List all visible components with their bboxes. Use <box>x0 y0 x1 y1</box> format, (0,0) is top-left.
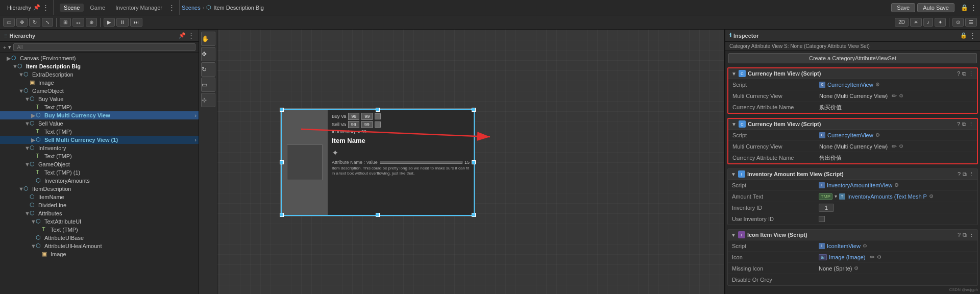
hierarchy-search-input[interactable] <box>13 43 195 51</box>
comp-settings-icon-4[interactable]: ⚙ <box>863 243 867 249</box>
component-collapse-arrow-2[interactable]: ▼ <box>731 121 737 127</box>
component-maximize-icon-3[interactable]: ⧉ <box>963 171 967 178</box>
tree-item-sell-value[interactable]: ▼ ⬡ Sell Value <box>0 119 199 128</box>
comp-settings-icon-mi[interactable]: ⚙ <box>854 265 859 271</box>
tool-rect[interactable]: ▭ <box>3 18 15 27</box>
component-maximize-icon-2[interactable]: ⧉ <box>962 121 966 128</box>
comp-settings-icon-mc2[interactable]: ⚙ <box>899 143 903 149</box>
component-collapse-arrow-4[interactable]: ▼ <box>731 232 736 238</box>
play-btn[interactable]: ▶ <box>104 18 115 27</box>
tool-snap[interactable]: ⚏ <box>72 18 84 27</box>
tree-item-text-tmp2[interactable]: T Text (TMP) <box>0 128 199 136</box>
tree-item-gameobj2[interactable]: ▼ ⬡ GameObject <box>0 160 199 168</box>
component-maximize-icon[interactable]: ⧉ <box>962 70 966 77</box>
handle-tl[interactable] <box>280 108 284 112</box>
rotate-tool[interactable]: ↻ <box>201 62 215 77</box>
comp-settings-icon-2[interactable]: ⚙ <box>875 132 880 138</box>
inspector-menu-btn[interactable]: ⋮ <box>969 32 976 39</box>
fx-btn[interactable]: ✦ <box>935 18 946 27</box>
use-inventory-id-checkbox[interactable] <box>819 216 825 222</box>
comp-script-name-4[interactable]: IconItemView <box>827 243 861 249</box>
component-menu-icon-2[interactable]: ⋮ <box>968 121 974 128</box>
component-menu-icon[interactable]: ⋮ <box>968 70 974 77</box>
comp-edit-icon-1[interactable]: ✏ <box>892 92 897 100</box>
component-menu-icon-3[interactable]: ⋮ <box>969 171 974 178</box>
handle-bl[interactable] <box>280 213 284 217</box>
inspector-lock-icon[interactable]: 🔒 <box>961 4 968 11</box>
save-button[interactable]: Save <box>891 3 915 12</box>
component-help-icon-2[interactable]: ? <box>957 121 960 127</box>
step-btn[interactable]: ⏭ <box>130 18 142 27</box>
comp-settings-icon-3[interactable]: ⚙ <box>894 182 899 188</box>
breadcrumb-scenes[interactable]: Scenes <box>182 5 201 11</box>
comp-edit-icon-4[interactable]: ✏ <box>870 254 875 261</box>
comp-settings-icon-1[interactable]: ⚙ <box>875 82 880 87</box>
hierarchy-pin-btn[interactable]: 📌 <box>179 32 186 39</box>
tree-item-sell-multi[interactable]: ▶ ⬡ Sell Multi Currency View (1) › <box>0 136 199 144</box>
handle-tm[interactable] <box>376 108 380 112</box>
inspector-lock-btn[interactable]: 🔒 <box>960 32 967 39</box>
create-category-btn[interactable]: Create a CategoryAttributeViewSet <box>728 53 977 63</box>
tree-item-gameobj1[interactable]: ▼ ⬡ GameObject <box>0 87 199 95</box>
scene-content[interactable]: ✋ ✥ ↻ ▭ ⊹ <box>199 30 724 294</box>
tree-item-in-inventory[interactable]: ▼ ⬡ InInventory <box>0 144 199 152</box>
component-help-icon[interactable]: ? <box>957 70 960 77</box>
comp-script-name-1[interactable]: CurrencyItemView <box>827 82 873 88</box>
comp-icon-val[interactable]: Image (Image) <box>829 254 866 260</box>
handle-bm[interactable] <box>376 213 380 217</box>
lighting-btn[interactable]: ☀ <box>910 18 922 27</box>
component-collapse-arrow-3[interactable]: ▼ <box>731 172 736 177</box>
inventory-manager-tab[interactable]: Inventory Manager <box>111 4 166 12</box>
tabs-more-icon[interactable]: ⋮ <box>168 4 175 11</box>
layers-btn[interactable]: ☰ <box>965 18 977 27</box>
tree-item-buy-value[interactable]: ▼ ⬡ Buy Value <box>0 95 199 103</box>
tree-item-text-tmp4[interactable]: T Text (TMP) (1) <box>0 168 199 177</box>
tool-scale[interactable]: ⤡ <box>42 18 53 27</box>
tree-item-buy-multi[interactable]: ▶ ⬡ Buy Multi Currency View › <box>0 111 199 119</box>
hand-tool[interactable]: ✋ <box>201 32 215 46</box>
handle-br[interactable] <box>472 213 476 217</box>
comp-settings-icon-icon[interactable]: ⚙ <box>877 254 881 260</box>
component-collapse-arrow[interactable]: ▼ <box>731 71 737 77</box>
tree-item-text-tmp5[interactable]: T Text (TMP) <box>0 226 199 234</box>
inventory-id-input[interactable] <box>819 204 834 212</box>
tree-item-extra[interactable]: ▼ ⬡ ExtraDescription <box>0 70 199 79</box>
tree-item-attrbase[interactable]: ⬡ AttributeUIBase <box>0 234 199 242</box>
hierarchy-menu-btn[interactable]: ⋮ <box>188 32 194 39</box>
add-icon[interactable]: + <box>3 44 6 51</box>
tree-item-attributes[interactable]: ▼ ⬡ Attributes <box>0 209 199 217</box>
audio-btn[interactable]: ♪ <box>923 18 933 27</box>
rect-tool[interactable]: ▭ <box>201 78 215 92</box>
comp-script-name-2[interactable]: CurrencyItemView <box>827 132 873 138</box>
comp-edit-icon-2[interactable]: ✏ <box>892 143 897 150</box>
tree-item-inv-amounts[interactable]: ⬡ InventoryAmounts <box>0 177 199 185</box>
comp-script-name-3[interactable]: InventoryAmountItemView <box>827 182 892 188</box>
move-tool[interactable]: ✥ <box>201 47 215 61</box>
gizmo-btn[interactable]: ⊙ <box>952 18 964 27</box>
dropdown-arrow[interactable]: ▾ <box>8 44 11 51</box>
component-help-icon-3[interactable]: ? <box>958 171 961 177</box>
tool-grid[interactable]: ⊞ <box>60 18 71 27</box>
tree-item-item-desc[interactable]: ▼ ⬡ Item Description Big <box>0 62 199 70</box>
handle-tr[interactable] <box>472 108 476 112</box>
comp-settings-icon-at[interactable]: ⚙ <box>929 193 934 199</box>
tree-item-image1[interactable]: ▣ Image <box>0 79 199 87</box>
tree-item-text-tmp3[interactable]: T Text (TMP) <box>0 152 199 160</box>
pause-btn[interactable]: ⏸ <box>116 18 129 27</box>
comp-settings-icon-mc1[interactable]: ⚙ <box>899 93 903 99</box>
tree-item-item-name[interactable]: ⬡ ItemName <box>0 193 199 201</box>
scene-tab[interactable]: Scene <box>60 4 84 12</box>
component-menu-icon-4[interactable]: ⋮ <box>969 232 974 238</box>
hierarchy-pin-icon[interactable]: 📌 <box>33 4 40 11</box>
tree-item-item-description[interactable]: ▼ ⬡ ItemDescription <box>0 185 199 193</box>
tree-item-attrheal[interactable]: ▼ ⬡ AttributeUIHealAmount <box>0 242 199 250</box>
tool-move[interactable]: ✥ <box>16 18 28 27</box>
component-help-icon-4[interactable]: ? <box>958 232 961 238</box>
tool-rotate[interactable]: ↻ <box>29 18 40 27</box>
auto-save-button[interactable]: Auto Save <box>917 3 954 12</box>
tree-item-image2[interactable]: ▣ Image <box>0 250 199 258</box>
dropdown-arrow-tmp[interactable]: ▾ <box>835 193 837 199</box>
game-tab[interactable]: Game <box>86 4 109 12</box>
combined-tool[interactable]: ⊹ <box>201 93 215 107</box>
2d-toggle[interactable]: 2D <box>895 18 909 27</box>
